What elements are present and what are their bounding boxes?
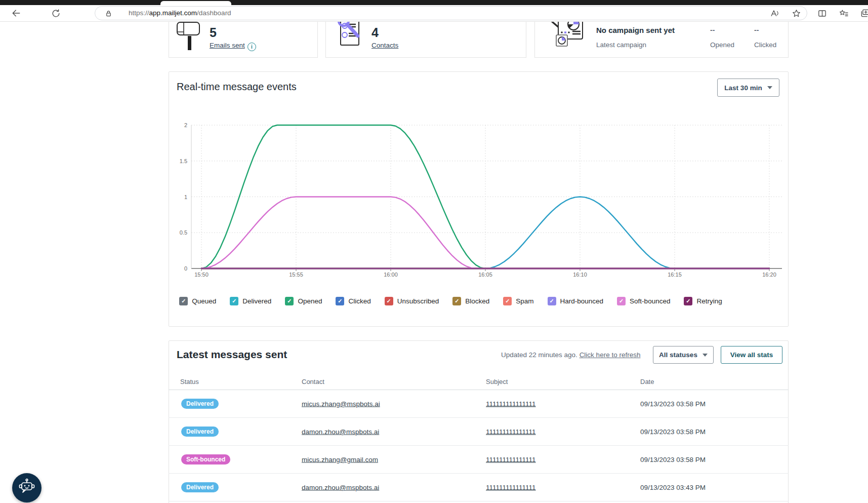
legend-label: Soft-bounced	[630, 297, 670, 305]
legend-item-delivered: ✓Delivered	[230, 297, 271, 305]
status-badge: Soft-bounced	[181, 454, 230, 465]
split-screen-icon[interactable]	[816, 7, 828, 19]
status-filter-value: All statuses	[659, 351, 697, 359]
legend-item-opened: ✓Opened	[285, 297, 322, 305]
column-header-date: Date	[640, 378, 654, 385]
legend-label: Delivered	[242, 297, 271, 305]
message-date: 09/13/2023 03:43 PM	[640, 484, 706, 491]
column-header-status: Status	[180, 378, 199, 385]
legend-checkbox-clicked[interactable]: ✓	[336, 297, 344, 305]
legend-checkbox-soft-bounced[interactable]: ✓	[617, 297, 626, 305]
contacts-link[interactable]: Contacts	[371, 42, 398, 49]
message-date: 09/13/2023 03:58 PM	[640, 428, 706, 436]
subject-link[interactable]: 111111111111111	[486, 400, 536, 408]
info-icon[interactable]: i	[247, 43, 256, 51]
x-tick-label: 15:50	[194, 272, 209, 278]
status-badge: Delivered	[181, 482, 219, 492]
realtime-events-chart: 00.511.5215:5015:5516:0016:0516:1016:151…	[172, 122, 787, 279]
message-date: 09/13/2023 03:58 PM	[640, 400, 706, 408]
legend-checkbox-hard-bounced[interactable]: ✓	[548, 297, 556, 305]
robot-icon	[18, 478, 35, 497]
browser-tab-strip	[0, 0, 868, 5]
latest-messages-title: Latest messages sent	[177, 349, 287, 361]
legend-item-hard-bounced: ✓Hard-bounced	[548, 297, 604, 305]
legend-label: Spam	[516, 297, 533, 305]
legend-checkbox-delivered[interactable]: ✓	[230, 297, 238, 305]
favorite-star-icon[interactable]	[790, 7, 802, 19]
legend-label: Retrying	[696, 297, 722, 305]
table-row: Delivereddamon.zhou@mspbots.ai1111111111…	[169, 474, 789, 501]
realtime-events-title: Real-time message events	[177, 81, 297, 93]
legend-checkbox-unsubscribed[interactable]: ✓	[385, 297, 393, 305]
refresh-link[interactable]: Click here to refresh	[580, 351, 641, 359]
back-button[interactable]	[10, 7, 22, 19]
view-all-stats-button[interactable]: View all stats	[721, 346, 782, 364]
messages-table-header: Status Contact Subject Date	[169, 374, 789, 390]
table-row: Soft-bouncedmicus.zhang@gmail.com1111111…	[169, 446, 789, 474]
chat-assistant-button[interactable]	[12, 473, 42, 502]
legend-item-retrying: ✓Retrying	[684, 297, 722, 305]
legend-item-queued: ✓Queued	[179, 297, 216, 305]
campaign-clicked-value: --	[754, 26, 759, 34]
table-row: Deliveredmicus.zhang@mspbots.ai111111111…	[169, 390, 789, 418]
legend-label: Unsubscribed	[397, 297, 439, 305]
emails-sent-link[interactable]: Emails sent	[210, 42, 245, 49]
status-badge: Delivered	[181, 427, 219, 437]
subject-link[interactable]: 111111111111111	[486, 428, 536, 436]
legend-checkbox-queued[interactable]: ✓	[179, 297, 188, 305]
y-tick-label: 0	[184, 265, 187, 272]
collections-icon[interactable]	[859, 7, 868, 19]
legend-item-soft-bounced: ✓Soft-bounced	[617, 297, 670, 305]
legend-item-blocked: ✓Blocked	[452, 297, 489, 305]
column-header-contact: Contact	[302, 378, 324, 385]
address-bar[interactable]: https://app.mailjet.com/dashboard	[95, 6, 807, 20]
x-tick-label: 16:10	[573, 272, 587, 278]
lock-icon[interactable]	[102, 7, 114, 19]
x-tick-label: 16:05	[478, 272, 492, 278]
legend-checkbox-opened[interactable]: ✓	[285, 297, 294, 305]
contact-link[interactable]: damon.zhou@mspbots.ai	[302, 484, 379, 491]
browser-toolbar: https://app.mailjet.com/dashboard	[0, 5, 868, 22]
messages-table-body: Deliveredmicus.zhang@mspbots.ai111111111…	[169, 390, 789, 501]
campaign-title: No campaign sent yet	[596, 26, 675, 34]
table-row: Delivereddamon.zhou@mspbots.ai1111111111…	[169, 418, 789, 446]
legend-item-unsubscribed: ✓Unsubscribed	[385, 297, 439, 305]
x-tick-label: 16:20	[762, 272, 776, 278]
status-filter-dropdown[interactable]: All statuses	[653, 346, 714, 364]
y-tick-label: 1	[184, 194, 187, 200]
legend-item-clicked: ✓Clicked	[336, 297, 370, 305]
active-tab[interactable]	[160, 1, 231, 5]
updated-ago-text: Updated 22 minutes ago.	[501, 351, 577, 359]
time-range-value: Last 30 min	[724, 84, 762, 92]
contact-link[interactable]: micus.zhang@gmail.com	[302, 456, 378, 463]
legend-item-spam: ✓Spam	[503, 297, 533, 305]
contact-link[interactable]: micus.zhang@mspbots.ai	[302, 400, 380, 408]
message-date: 09/13/2023 03:58 PM	[640, 456, 706, 463]
read-aloud-icon[interactable]	[768, 7, 780, 19]
legend-label: Queued	[192, 297, 216, 305]
url-text[interactable]: https://app.mailjet.com/dashboard	[129, 9, 231, 17]
chevron-down-icon	[767, 86, 772, 89]
contact-link[interactable]: damon.zhou@mspbots.ai	[302, 428, 379, 436]
legend-checkbox-spam[interactable]: ✓	[503, 297, 512, 305]
legend-checkbox-blocked[interactable]: ✓	[452, 297, 461, 305]
favorites-bar-icon[interactable]	[838, 7, 850, 19]
campaign-clicked-label: Clicked	[754, 41, 776, 49]
x-tick-label: 15:55	[289, 272, 303, 278]
y-tick-label: 1.5	[180, 158, 187, 164]
y-tick-label: 0.5	[180, 229, 187, 236]
contacts-count: 4	[371, 26, 379, 39]
time-range-dropdown[interactable]: Last 30 min	[717, 79, 779, 97]
campaign-subtitle: Latest campaign	[596, 41, 646, 49]
legend-label: Blocked	[465, 297, 489, 305]
legend-checkbox-retrying[interactable]: ✓	[684, 297, 692, 305]
status-badge: Delivered	[181, 399, 219, 409]
campaign-opened-value: --	[710, 26, 715, 34]
refresh-button[interactable]	[50, 7, 62, 19]
legend-label: Opened	[298, 297, 322, 305]
chart-legend: ✓Queued✓Delivered✓Opened✓Clicked✓Unsubsc…	[169, 297, 789, 305]
x-tick-label: 16:15	[668, 272, 682, 278]
subject-link[interactable]: 111111111111111	[486, 456, 536, 463]
chevron-down-icon	[702, 354, 708, 357]
subject-link[interactable]: 111111111111111	[486, 484, 536, 491]
